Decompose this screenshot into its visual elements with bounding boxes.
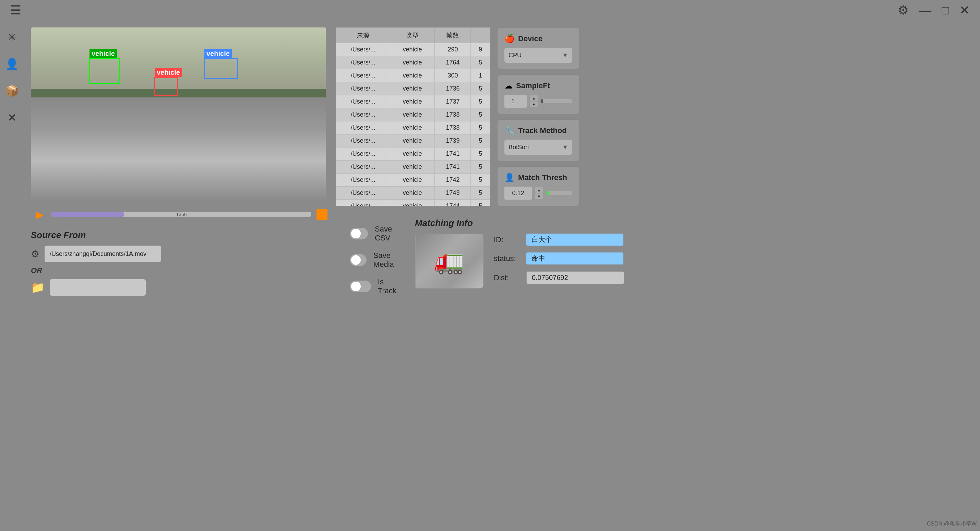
stop-button[interactable]	[317, 209, 328, 220]
col-header-frames: 帧数	[435, 28, 471, 43]
cell-frames: 300	[435, 69, 471, 82]
track-method-card: 🔧 Track Method BotSort DeepSort ByteTrac…	[497, 120, 579, 161]
data-table: 来源 类型 帧数 /Users/... vehicle 290 9 /Users…	[336, 27, 490, 206]
track-method-select[interactable]: BotSort DeepSort ByteTrack	[504, 140, 572, 155]
play-button[interactable]: ▶	[33, 207, 46, 221]
track-method-card-header: 🔧 Track Method	[504, 126, 572, 136]
data-table-container[interactable]: 来源 类型 帧数 /Users/... vehicle 290 9 /Users…	[336, 27, 490, 206]
sampleft-down[interactable]: ▼	[530, 102, 538, 107]
thresh-down[interactable]: ▼	[535, 193, 543, 199]
table-row[interactable]: /Users/... vehicle 1741 5	[336, 148, 490, 161]
main-content: vehicle vehicle vehicle ▶ 1356	[24, 21, 980, 531]
track-icon: 🔧	[504, 126, 515, 136]
or-label: OR	[31, 266, 329, 275]
match-thresh-input[interactable]	[504, 187, 532, 199]
progress-bar[interactable]: 1356	[51, 212, 311, 217]
cell-count: 5	[471, 108, 490, 121]
device-card-title: Device	[518, 34, 542, 43]
cell-source: /Users/...	[336, 148, 390, 161]
cell-frames: 1741	[435, 161, 471, 174]
menu-button[interactable]: ☰	[10, 4, 21, 16]
cell-source: /Users/...	[336, 174, 390, 187]
col-header-source: 来源	[336, 28, 390, 43]
match-thresh-title: Match Thresh	[518, 173, 567, 182]
cell-count: 9	[471, 43, 490, 56]
maximize-button[interactable]: □	[942, 4, 949, 16]
sidebar-icon-sparkle[interactable]: ✳	[8, 31, 17, 44]
toggle-knob	[351, 229, 361, 238]
thresh-icon: 👤	[504, 173, 515, 182]
cell-frames: 1738	[435, 108, 471, 121]
sampleft-input[interactable]	[504, 95, 527, 108]
watermark: CSDN @龟龟小坚W	[927, 520, 977, 528]
cell-type: vehicle	[390, 108, 435, 121]
cell-frames: 1736	[435, 82, 471, 96]
sampleft-slider[interactable]	[541, 99, 572, 103]
detection-label-3: vehicle	[204, 49, 232, 58]
col-header-type: 类型	[390, 28, 435, 43]
close-button[interactable]: ✕	[959, 4, 970, 16]
cell-count: 5	[471, 56, 490, 69]
match-thresh-slider[interactable]	[546, 191, 572, 195]
detection-box-3: vehicle	[204, 58, 238, 79]
match-thresh-card: 👤 Match Thresh ▲ ▼	[497, 166, 579, 206]
progress-fill	[51, 212, 124, 217]
apple-icon: 🍎	[504, 34, 515, 43]
save-csv-toggle[interactable]	[350, 228, 368, 239]
cell-source: /Users/...	[336, 187, 390, 199]
cell-frames: 1737	[435, 96, 471, 108]
toggle-knob-3	[351, 282, 361, 291]
sampleft-spinners: ▲ ▼	[530, 96, 538, 107]
video-display: vehicle vehicle vehicle	[31, 27, 326, 203]
video-container: vehicle vehicle vehicle	[31, 27, 326, 203]
cell-frames: 1741	[435, 148, 471, 161]
cell-type: vehicle	[390, 121, 435, 134]
settings-button[interactable]: ⚙	[898, 4, 909, 16]
folder-input[interactable]	[50, 279, 146, 296]
cell-source: /Users/...	[336, 121, 390, 134]
source-file-input[interactable]	[45, 246, 161, 262]
table-row[interactable]: /Users/... vehicle 1738 5	[336, 108, 490, 121]
cell-source: /Users/...	[336, 161, 390, 174]
cell-source: /Users/...	[336, 43, 390, 56]
detection-box-2: vehicle	[154, 77, 178, 96]
table-row[interactable]: /Users/... vehicle 1737 5	[336, 96, 490, 108]
table-row[interactable]: /Users/... vehicle 1744 5	[336, 199, 490, 206]
sidebar-icon-close[interactable]: ✕	[8, 111, 17, 124]
detection-label-1: vehicle	[89, 49, 117, 58]
save-media-toggle[interactable]	[350, 254, 367, 266]
is-track-toggle[interactable]	[350, 281, 371, 292]
sampleft-row: ▲ ▼	[504, 95, 572, 108]
match-thresh-row: ▲ ▼	[504, 187, 572, 199]
table-row[interactable]: /Users/... vehicle 1736 5	[336, 82, 490, 96]
table-row[interactable]: /Users/... vehicle 300 1	[336, 69, 490, 82]
device-card-header: 🍎 Device	[504, 34, 572, 43]
table-row[interactable]: /Users/... vehicle 290 9	[336, 43, 490, 56]
cell-count: 5	[471, 161, 490, 174]
thresh-up[interactable]: ▲	[535, 187, 543, 193]
toggle-save-media: Save Media	[350, 251, 401, 269]
right-panel: 🍎 Device CPU GPU MPS ▼ ☁ SampleFt	[497, 27, 579, 524]
device-select-wrapper: CPU GPU MPS ▼	[504, 48, 572, 63]
device-select[interactable]: CPU GPU MPS	[504, 48, 572, 63]
sidebar-icon-box[interactable]: 📦	[5, 85, 19, 97]
table-row[interactable]: /Users/... vehicle 1738 5	[336, 121, 490, 134]
col-header-count	[471, 28, 490, 43]
cell-count: 5	[471, 148, 490, 161]
table-row[interactable]: /Users/... vehicle 1741 5	[336, 161, 490, 174]
sidebar-icon-user[interactable]: 👤	[5, 57, 19, 71]
cell-type: vehicle	[390, 43, 435, 56]
file-icon: ⚙	[31, 248, 40, 260]
toggle-knob-2	[351, 255, 361, 265]
table-row[interactable]: /Users/... vehicle 1764 5	[336, 56, 490, 69]
toggle-save-csv: Save CSV	[350, 225, 401, 242]
table-row[interactable]: /Users/... vehicle 1742 5	[336, 174, 490, 187]
sampleft-up[interactable]: ▲	[530, 96, 538, 101]
cell-source: /Users/...	[336, 69, 390, 82]
sampleft-card: ☁ SampleFt ▲ ▼	[497, 75, 579, 114]
save-media-label: Save Media	[374, 251, 401, 269]
minimize-button[interactable]: —	[919, 4, 931, 16]
table-row[interactable]: /Users/... vehicle 1739 5	[336, 134, 490, 148]
table-row[interactable]: /Users/... vehicle 1743 5	[336, 187, 490, 199]
cell-type: vehicle	[390, 56, 435, 69]
